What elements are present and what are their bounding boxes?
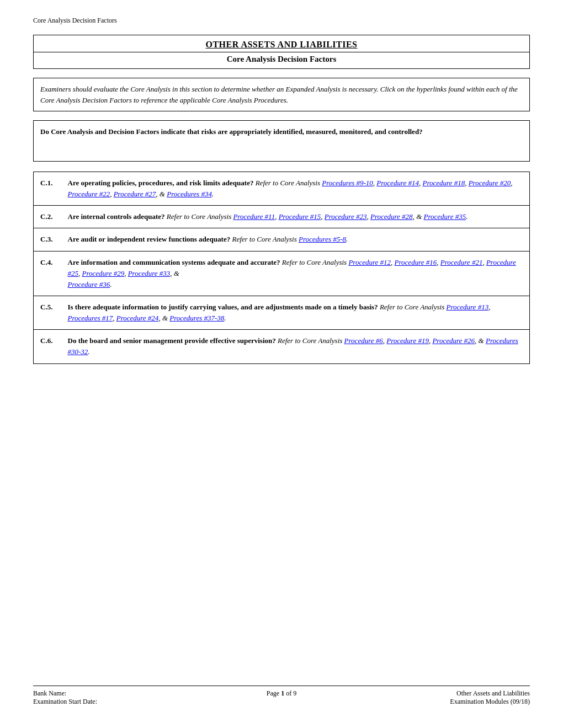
page-total: 9	[293, 689, 296, 697]
table-row: C.1.Are operating policies, procedures, …	[34, 172, 530, 206]
table-row: C.2.Are internal controls adequate? Refe…	[34, 206, 530, 228]
link-procedures-9-10[interactable]: Procedures #9-10	[322, 179, 373, 187]
link-procedure-22[interactable]: Procedure #22	[68, 190, 110, 198]
page-of: of	[284, 689, 293, 697]
link-procedure-13[interactable]: Procedure #13	[446, 303, 488, 311]
table-row: C.4.Are information and communication sy…	[34, 251, 530, 296]
main-title-bottom: Core Analysis Decision Factors	[34, 52, 529, 68]
link-procedure-33[interactable]: Procedure #33	[128, 269, 171, 277]
link-procedure-12[interactable]: Procedure #12	[348, 258, 391, 266]
link-procedure-14[interactable]: Procedure #14	[376, 179, 419, 187]
link-procedure-19[interactable]: Procedure #19	[386, 336, 429, 345]
main-question-text: Do Core Analysis and Decision Factors in…	[40, 127, 423, 136]
item-content: Are information and communication system…	[61, 251, 530, 296]
link-procedure-35[interactable]: Procedure #35	[424, 212, 466, 221]
link-procedures-37-38[interactable]: Procedures #37-38	[169, 314, 224, 322]
item-id: C.3.	[34, 228, 61, 251]
footer-right: Other Assets and Liabilities Examination…	[364, 689, 530, 706]
page-label: Page	[267, 689, 281, 697]
item-content: Do the board and senior management provi…	[61, 330, 530, 363]
link-procedures-5-8[interactable]: Procedures #5-8	[299, 235, 346, 243]
main-question-box: Do Core Analysis and Decision Factors in…	[33, 120, 530, 162]
link-procedure-23[interactable]: Procedure #23	[325, 212, 367, 221]
exam-date-label: Examination Start Date:	[33, 698, 199, 706]
item-content: Are audit or independent review function…	[61, 228, 530, 251]
link-procedure-36[interactable]: Procedure #36	[68, 280, 110, 288]
header-title: Core Analysis Decision Factors	[33, 17, 117, 24]
link-procedure-27[interactable]: Procedure #27	[114, 190, 156, 198]
page-footer: Bank Name: Examination Start Date: Page …	[33, 686, 530, 706]
link-procedure-15[interactable]: Procedure #15	[279, 212, 321, 221]
link-procedure-6[interactable]: Procedure #6	[344, 336, 383, 345]
link-procedure-18[interactable]: Procedure #18	[422, 179, 465, 187]
link-procedure-16[interactable]: Procedure #16	[395, 258, 437, 266]
item-content: Are internal controls adequate? Refer to…	[61, 206, 530, 228]
intro-text: Examiners should evaluate the Core Analy…	[40, 85, 518, 104]
item-content: Are operating policies, procedures, and …	[61, 172, 530, 206]
item-id: C.2.	[34, 206, 61, 228]
intro-box: Examiners should evaluate the Core Analy…	[33, 78, 530, 111]
bank-name-label: Bank Name:	[33, 689, 199, 698]
main-title-top: OTHER ASSETS AND LIABILITIES	[34, 35, 529, 52]
main-title-box: OTHER ASSETS AND LIABILITIES Core Analys…	[33, 35, 530, 69]
link-procedure-29[interactable]: Procedure #29	[82, 269, 125, 277]
link-procedure-24[interactable]: Procedure #24	[116, 314, 159, 322]
link-procedures-17[interactable]: Procedures #17	[68, 314, 113, 322]
table-row: C.6.Do the board and senior management p…	[34, 330, 530, 363]
footer-center: Page 1 of 9	[199, 689, 364, 706]
link-procedures-34[interactable]: Procedures #34	[167, 190, 212, 198]
footer-right-top: Other Assets and Liabilities	[364, 689, 530, 698]
link-procedure-20[interactable]: Procedure #20	[469, 179, 511, 187]
page-header: Core Analysis Decision Factors	[33, 17, 530, 25]
items-table: C.1.Are operating policies, procedures, …	[33, 172, 530, 364]
item-id: C.1.	[34, 172, 61, 206]
link-procedure-11[interactable]: Procedure #11	[233, 212, 275, 221]
link-procedure-26[interactable]: Procedure #26	[432, 336, 475, 345]
footer-left: Bank Name: Examination Start Date:	[33, 689, 199, 706]
footer-right-bottom: Examination Modules (09/18)	[364, 698, 530, 706]
item-id: C.5.	[34, 296, 61, 329]
table-row: C.5.Is there adequate information to jus…	[34, 296, 530, 329]
link-procedure-21[interactable]: Procedure #21	[440, 258, 483, 266]
item-content: Is there adequate information to justify…	[61, 296, 530, 329]
item-id: C.4.	[34, 251, 61, 296]
table-row: C.3.Are audit or independent review func…	[34, 228, 530, 251]
link-procedure-28[interactable]: Procedure #28	[370, 212, 413, 221]
item-id: C.6.	[34, 330, 61, 363]
